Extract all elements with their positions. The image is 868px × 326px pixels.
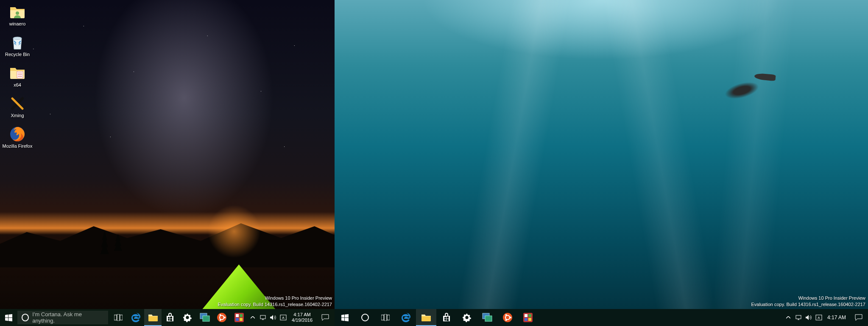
notification-icon bbox=[321, 314, 329, 321]
svg-point-1 bbox=[13, 37, 22, 39]
taskbar-file-explorer[interactable] bbox=[416, 309, 436, 326]
cortana-placeholder: I'm Cortana. Ask me anything. bbox=[32, 311, 104, 324]
svg-rect-34 bbox=[528, 314, 531, 317]
ubuntu-icon bbox=[217, 312, 227, 323]
windows-watermark: Windows 10 Pro Insider Preview Evaluatio… bbox=[751, 295, 866, 307]
volume-icon bbox=[270, 315, 276, 320]
taskbar-store[interactable] bbox=[436, 309, 457, 326]
svg-rect-33 bbox=[525, 314, 527, 317]
tray-ime[interactable]: A bbox=[278, 309, 288, 326]
svg-rect-17 bbox=[236, 318, 239, 321]
taskbar-clock[interactable]: 4:17 AM 4/19/2016 bbox=[288, 312, 316, 323]
tray-volume[interactable] bbox=[268, 309, 278, 326]
watermark-line1: Windows 10 Pro Insider Preview bbox=[218, 295, 332, 301]
svg-point-12 bbox=[220, 314, 221, 316]
network-icon bbox=[795, 315, 802, 320]
tray-ime[interactable]: A bbox=[814, 309, 824, 326]
start-button[interactable] bbox=[335, 309, 355, 326]
windows-logo-icon bbox=[341, 314, 349, 321]
svg-text:A: A bbox=[282, 316, 285, 320]
folder-icon bbox=[421, 313, 431, 322]
taskbar-hyperv[interactable] bbox=[196, 309, 213, 326]
svg-point-11 bbox=[224, 317, 226, 318]
wallpaper-underwater bbox=[335, 0, 868, 326]
windows-watermark: Windows 10 Pro Insider Preview Evaluatio… bbox=[218, 295, 332, 307]
svg-rect-16 bbox=[240, 314, 243, 317]
edge-icon bbox=[400, 312, 411, 323]
desktop-icons: winaero Recycle Bin x64 Xming Mozilla Fi… bbox=[2, 2, 36, 155]
hyperv-icon bbox=[482, 313, 492, 322]
task-view-button[interactable] bbox=[375, 309, 396, 326]
desktop-monitor-1[interactable]: winaero Recycle Bin x64 Xming Mozilla Fi… bbox=[0, 0, 335, 326]
svg-rect-36 bbox=[528, 318, 531, 321]
hyperv-icon bbox=[200, 313, 210, 322]
ime-icon: A bbox=[815, 315, 822, 320]
network-icon bbox=[260, 315, 266, 320]
folder-icon bbox=[148, 313, 158, 322]
gear-icon bbox=[183, 313, 192, 322]
svg-rect-23 bbox=[384, 314, 387, 321]
tray-network[interactable] bbox=[258, 309, 268, 326]
taskbar-gpick[interactable] bbox=[230, 309, 248, 326]
taskbar-edge[interactable] bbox=[127, 309, 145, 326]
watermark-line1: Windows 10 Pro Insider Preview bbox=[751, 295, 866, 301]
svg-rect-18 bbox=[240, 318, 243, 321]
desktop-icon-label: Mozilla Firefox bbox=[3, 143, 33, 149]
desktop-icon-winaero[interactable]: winaero bbox=[2, 2, 33, 31]
notification-icon bbox=[855, 314, 862, 321]
desktop-icon-firefox[interactable]: Mozilla Firefox bbox=[2, 124, 33, 154]
taskbar-edge[interactable] bbox=[396, 309, 416, 326]
cortana-button[interactable] bbox=[355, 309, 375, 326]
svg-rect-37 bbox=[796, 315, 801, 319]
desktop-monitor-2[interactable]: Windows 10 Pro Insider Preview Evaluatio… bbox=[335, 0, 868, 326]
desktop-icon-label: winaero bbox=[9, 21, 26, 26]
action-center-button[interactable] bbox=[849, 309, 868, 326]
taskbar-file-explorer[interactable] bbox=[144, 309, 162, 326]
tray-network[interactable] bbox=[793, 309, 804, 326]
store-icon bbox=[165, 313, 175, 322]
svg-point-0 bbox=[16, 11, 19, 15]
tray-volume[interactable] bbox=[804, 309, 814, 326]
edge-icon bbox=[130, 312, 141, 323]
tray-overflow[interactable] bbox=[248, 309, 258, 326]
svg-rect-15 bbox=[236, 314, 239, 317]
clock-date: 4/19/2016 bbox=[292, 318, 313, 323]
svg-rect-5 bbox=[117, 314, 120, 321]
color-picker-icon bbox=[523, 313, 533, 322]
taskbar-settings[interactable] bbox=[179, 309, 196, 326]
desktop-icon-label: Xming bbox=[11, 113, 24, 118]
taskbar-settings[interactable] bbox=[457, 309, 477, 326]
taskbar-ubuntu[interactable] bbox=[497, 309, 518, 326]
task-view-button[interactable] bbox=[110, 309, 127, 326]
wallpaper-night-camp bbox=[0, 0, 335, 326]
taskbar: A 4:17 AM bbox=[335, 309, 868, 326]
taskbar-store[interactable] bbox=[162, 309, 179, 326]
action-center-button[interactable] bbox=[316, 309, 335, 326]
cortana-search[interactable]: I'm Cortana. Ask me anything. bbox=[17, 311, 109, 324]
taskbar-gpick[interactable] bbox=[518, 309, 538, 326]
cortana-ring-icon bbox=[361, 314, 369, 321]
desktop-icon-recycle-bin[interactable]: Recycle Bin bbox=[2, 32, 33, 62]
store-icon bbox=[441, 313, 452, 322]
recycle-bin-icon bbox=[9, 34, 26, 51]
system-tray: A 4:17 AM 4/19/2016 bbox=[248, 309, 335, 326]
start-button[interactable] bbox=[0, 309, 17, 326]
taskbar-hyperv[interactable] bbox=[477, 309, 497, 326]
folder-user-icon bbox=[9, 3, 26, 20]
tray-overflow[interactable] bbox=[783, 309, 793, 326]
task-view-icon bbox=[381, 314, 390, 321]
desktop-icon-x64[interactable]: x64 bbox=[2, 63, 33, 93]
svg-text:A: A bbox=[818, 316, 820, 320]
taskbar-clock[interactable]: 4:17 AM bbox=[824, 315, 849, 320]
color-picker-icon bbox=[234, 313, 244, 322]
ime-icon: A bbox=[280, 315, 287, 320]
svg-point-30 bbox=[505, 314, 507, 316]
svg-rect-4 bbox=[114, 315, 117, 320]
svg-rect-26 bbox=[485, 316, 492, 321]
desktop-icon-xming[interactable]: Xming bbox=[2, 93, 33, 123]
system-tray: A 4:17 AM bbox=[783, 309, 868, 326]
chevron-up-icon bbox=[786, 316, 790, 319]
windows-logo-icon bbox=[5, 314, 12, 321]
svg-rect-22 bbox=[381, 315, 384, 320]
taskbar-ubuntu[interactable] bbox=[213, 309, 231, 326]
